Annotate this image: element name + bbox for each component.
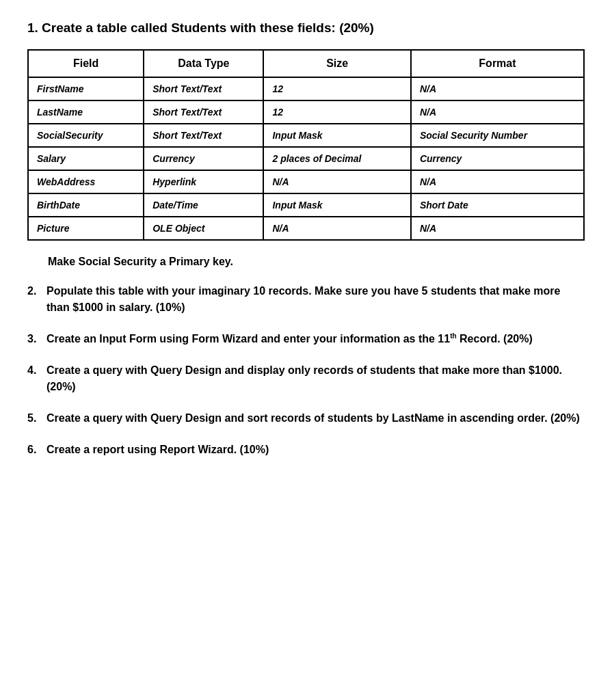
cell-datatype: Currency: [144, 147, 263, 170]
cell-datatype: Date/Time: [144, 193, 263, 217]
cell-size: Input Mask: [263, 193, 410, 217]
cell-size: Input Mask: [263, 124, 410, 147]
cell-datatype: Short Text/Text: [144, 124, 263, 147]
cell-format: N/A: [411, 170, 584, 193]
cell-field: BirthDate: [28, 193, 144, 217]
instruction-item: 3.Create an Input Form using Form Wizard…: [27, 331, 585, 347]
instruction-text: Create a query with Query Design and sor…: [46, 410, 585, 427]
instruction-item: 4.Create a query with Query Design and d…: [27, 362, 585, 395]
instruction-item: 6.Create a report using Report Wizard. (…: [27, 442, 585, 458]
cell-field: LastName: [28, 100, 144, 124]
table-row: LastNameShort Text/Text12N/A: [28, 100, 584, 124]
instruction-number: 3.: [27, 331, 46, 347]
cell-field: Picture: [28, 217, 144, 240]
instruction-number: 2.: [27, 283, 46, 316]
table-row: PictureOLE ObjectN/AN/A: [28, 217, 584, 240]
col-header-datatype: Data Type: [144, 50, 263, 77]
cell-field: FirstName: [28, 77, 144, 100]
instruction-text: Create an Input Form using Form Wizard a…: [46, 331, 585, 347]
col-header-field: Field: [28, 50, 144, 77]
cell-format: N/A: [411, 217, 584, 240]
table-row: WebAddressHyperlinkN/AN/A: [28, 170, 584, 193]
cell-format: N/A: [411, 100, 584, 124]
table-row: FirstNameShort Text/Text12N/A: [28, 77, 584, 100]
cell-datatype: Short Text/Text: [144, 100, 263, 124]
col-header-size: Size: [263, 50, 410, 77]
instruction-item: 2.Populate this table with your imaginar…: [27, 283, 585, 316]
instruction-text: Populate this table with your imaginary …: [46, 283, 585, 316]
cell-format: N/A: [411, 77, 584, 100]
instruction-text: Create a report using Report Wizard. (10…: [46, 442, 585, 458]
instruction-text: Create a query with Query Design and dis…: [46, 362, 585, 395]
instruction-item: 5.Create a query with Query Design and s…: [27, 410, 585, 427]
table-row: SalaryCurrency2 places of DecimalCurrenc…: [28, 147, 584, 170]
page-title: 1. Create a table called Students with t…: [27, 21, 585, 36]
table-header-row: Field Data Type Size Format: [28, 50, 584, 77]
cell-field: WebAddress: [28, 170, 144, 193]
cell-size: 12: [263, 100, 410, 124]
cell-size: 12: [263, 77, 410, 100]
fields-table: Field Data Type Size Format FirstNameSho…: [27, 49, 585, 241]
cell-format: Currency: [411, 147, 584, 170]
cell-datatype: Short Text/Text: [144, 77, 263, 100]
cell-format: Short Date: [411, 193, 584, 217]
instruction-number: 4.: [27, 362, 46, 395]
col-header-format: Format: [411, 50, 584, 77]
cell-format: Social Security Number: [411, 124, 584, 147]
cell-datatype: OLE Object: [144, 217, 263, 240]
primary-key-note: Make Social Security a Primary key.: [27, 256, 585, 268]
cell-size: N/A: [263, 217, 410, 240]
cell-size: 2 places of Decimal: [263, 147, 410, 170]
instructions-list: 2.Populate this table with your imaginar…: [27, 283, 585, 458]
instruction-number: 5.: [27, 410, 46, 427]
instruction-number: 6.: [27, 442, 46, 458]
table-row: BirthDateDate/TimeInput MaskShort Date: [28, 193, 584, 217]
fields-table-wrapper: Field Data Type Size Format FirstNameSho…: [27, 49, 585, 241]
cell-datatype: Hyperlink: [144, 170, 263, 193]
table-row: SocialSecurityShort Text/TextInput MaskS…: [28, 124, 584, 147]
cell-field: Salary: [28, 147, 144, 170]
cell-field: SocialSecurity: [28, 124, 144, 147]
cell-size: N/A: [263, 170, 410, 193]
